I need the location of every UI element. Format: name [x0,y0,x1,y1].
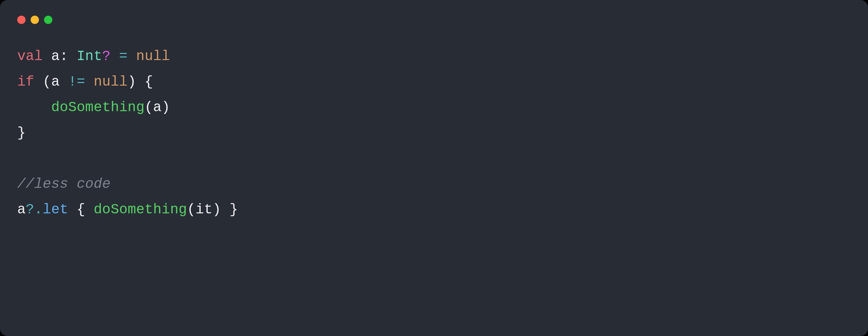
code-token: null [136,48,170,64]
code-token: a [43,48,60,64]
code-token: it [196,201,213,218]
code-token [128,48,136,64]
code-token: doSomething [51,99,145,115]
code-token: ) } [213,201,238,218]
code-token [68,201,77,218]
code-token: ( [43,74,51,90]
window-zoom-icon[interactable] [44,16,52,24]
code-token: val [17,48,43,64]
code-token: a [51,74,68,90]
code-token: : [60,48,76,64]
code-token: Int [76,48,102,64]
code-token: != [68,74,85,90]
code-token: a [153,99,162,115]
code-token: a [17,201,26,218]
window-minimize-icon[interactable] [31,16,39,24]
code-token: //less code [17,176,111,192]
window-close-icon[interactable] [17,16,26,24]
code-window: val a: Int? = null if (a != null) { doSo… [0,0,868,336]
code-token: ( [187,201,196,218]
code-token: null [93,74,127,90]
code-token: { [76,201,93,218]
code-token: ) { [128,74,153,90]
code-token: ) [161,99,170,115]
code-token: ( [145,99,153,115]
code-token [17,99,51,115]
code-token: = [119,48,128,64]
code-token [34,74,43,90]
code-token: ?. [26,201,43,218]
code-token: let [43,201,68,218]
code-token [85,74,94,90]
code-token: doSomething [93,201,187,218]
window-titlebar [0,0,868,29]
code-token: } [17,125,26,141]
code-token: if [17,74,34,90]
code-token: ? [102,48,111,64]
code-editor[interactable]: val a: Int? = null if (a != null) { doSo… [0,29,868,240]
code-token [111,48,119,64]
